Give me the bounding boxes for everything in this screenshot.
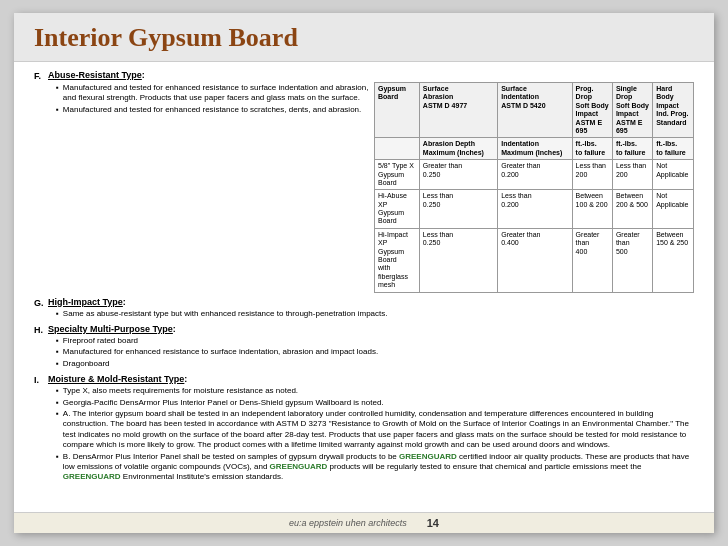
bullet-h-2: ▪ Manufactured for enhanced resistance t… [56,347,694,357]
td-single-unit: ft.-lbs.to failure [612,138,652,160]
section-i-bullets: ▪ Type X, also meets requirements for mo… [48,386,694,483]
th-abrasion: SurfaceAbrasionASTM D 4977 [419,83,497,138]
greenguard-text: GREENGUARD [399,452,457,461]
section-g-bullets: ▪ Same as abuse-resistant type but with … [48,309,694,319]
slide-footer: eu:a eppstein uhen architects 14 [14,512,714,533]
bullet-i-3: ▪ A. The interior gypsum board shall be … [56,409,694,451]
td-hiimpact-indent: Greater than0.400 [498,228,572,292]
th-indentation: SurfaceIndentationASTM D 5420 [498,83,572,138]
bullet-i-1: ▪ Type X, also meets requirements for mo… [56,386,694,396]
section-g-title: High-Impact Type: [48,297,694,307]
td-typeX-board: 5/8" Type XGypsum Board [375,160,420,190]
td-hard-unit: ft.-lbs.to failure [653,138,694,160]
greenguard-text-2: GREENGUARD [270,462,328,471]
bullet-i-2: ▪ Georgia-Pacific DensArmor Plus Interio… [56,398,694,408]
bullet-f-2: ▪ Manufactured and tested for enhanced r… [56,105,370,115]
td-abrasion-unit: Abrasion Depth Maximum (Inches) [419,138,497,160]
section-f-content: ▪ Manufactured and tested for enhanced r… [48,82,694,293]
td-typeX-prog: Less than200 [572,160,612,190]
td-typeX-hard: NotApplicable [653,160,694,190]
section-h-body: Specialty Multi-Purpose Type: ▪ Fireproo… [48,324,694,370]
td-hiimpact-single: Greater than500 [612,228,652,292]
th-prog-drop: Prog. DropSoft BodyImpactASTM E 695 [572,83,612,138]
section-h-title: Specialty Multi-Purpose Type: [48,324,694,334]
table-units-row: Abrasion Depth Maximum (Inches) Indentat… [375,138,694,160]
td-hiabuse-single: Between200 & 500 [612,190,652,229]
section-g-letter: G. [34,297,48,320]
section-g-body: High-Impact Type: ▪ Same as abuse-resist… [48,297,694,320]
section-f-title: Abuse-Resistant Type: [48,70,694,80]
td-typeX-single: Less than200 [612,160,652,190]
section-i-body: Moisture & Mold-Resistant Type: ▪ Type X… [48,374,694,484]
footer-center: eu:a eppstein uhen architects [289,518,407,528]
td-hiabuse-hard: NotApplicable [653,190,694,229]
th-board: GypsumBoard [375,83,420,138]
section-f-letter: F. [34,70,48,293]
td-hiabuse-abrasion: Less than0.250 [419,190,497,229]
table-row-hiabuse: Hi-Abuse XPGypsum Board Less than0.250 L… [375,190,694,229]
table-row-typeX: 5/8" Type XGypsum Board Greater than0.25… [375,160,694,190]
td-hiabuse-prog: Between100 & 200 [572,190,612,229]
bullet-f-1: ▪ Manufactured and tested for enhanced r… [56,83,370,104]
bullet-h-1: ▪ Fireproof rated board [56,336,694,346]
greenguard-text-3: GREENGUARD [63,472,121,481]
td-hiimpact-hard: Between150 & 250 [653,228,694,292]
section-h-letter: H. [34,324,48,370]
td-board-label [375,138,420,160]
slide-title: Interior Gypsum Board [34,23,694,53]
td-typeX-indent: Greater than0.200 [498,160,572,190]
slide-content: F. Abuse-Resistant Type: ▪ Manufactured … [14,62,714,512]
abuse-table: GypsumBoard SurfaceAbrasionASTM D 4977 S… [374,82,694,293]
td-prog-unit: ft.-lbs.to failure [572,138,612,160]
section-i: I. Moisture & Mold-Resistant Type: ▪ Typ… [34,374,694,484]
td-hiimpact-board: Hi-Impact XPGypsum Boardwith fiberglassm… [375,228,420,292]
section-h-bullets: ▪ Fireproof rated board ▪ Manufactured f… [48,336,694,369]
footer-page: 14 [427,517,439,529]
td-hiimpact-prog: Greater than400 [572,228,612,292]
section-f-body: Abuse-Resistant Type: ▪ Manufactured and… [48,70,694,293]
bullet-i-4: ▪ B. DensArmor Plus Interior Panel shall… [56,452,694,483]
section-g: G. High-Impact Type: ▪ Same as abuse-res… [34,297,694,320]
td-indent-unit: Indentation Maximum (Inches) [498,138,572,160]
section-i-title: Moisture & Mold-Resistant Type: [48,374,694,384]
section-f-bullets: ▪ Manufactured and tested for enhanced r… [48,83,370,115]
section-f: F. Abuse-Resistant Type: ▪ Manufactured … [34,70,694,293]
section-i-letter: I. [34,374,48,484]
section-h: H. Specialty Multi-Purpose Type: ▪ Firep… [34,324,694,370]
slide-container: Interior Gypsum Board F. Abuse-Resistant… [14,13,714,533]
bullet-g-1: ▪ Same as abuse-resistant type but with … [56,309,694,319]
main-table: GypsumBoard SurfaceAbrasionASTM D 4977 S… [374,82,694,293]
td-hiabuse-board: Hi-Abuse XPGypsum Board [375,190,420,229]
table-row-hiimpact: Hi-Impact XPGypsum Boardwith fiberglassm… [375,228,694,292]
bullet-h-3: ▪ Dragonboard [56,359,694,369]
th-single-drop: Single DropSoft BodyImpactASTM E 695 [612,83,652,138]
td-hiimpact-abrasion: Less than0.250 [419,228,497,292]
th-hard-body: Hard BodyImpactInd. Prog.Standard [653,83,694,138]
table-header-row: GypsumBoard SurfaceAbrasionASTM D 4977 S… [375,83,694,138]
td-typeX-abrasion: Greater than0.250 [419,160,497,190]
section-f-text: ▪ Manufactured and tested for enhanced r… [48,82,370,116]
td-hiabuse-indent: Less than0.200 [498,190,572,229]
slide-header: Interior Gypsum Board [14,13,714,62]
